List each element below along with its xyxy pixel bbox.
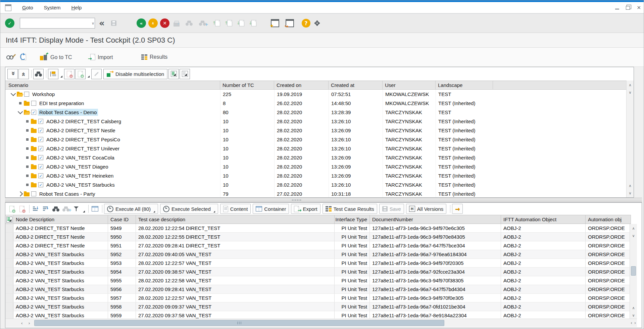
row-selector[interactable] [5, 268, 13, 276]
scroll-down-icon[interactable]: ∨ [627, 189, 634, 197]
scrollbar-thumb[interactable] [34, 320, 444, 326]
checkbox[interactable]: ✓ [38, 164, 43, 169]
find-button[interactable] [33, 69, 44, 79]
scroll-right-icon[interactable]: › [26, 319, 33, 327]
scroll-left-icon[interactable]: ‹ [630, 319, 633, 326]
chevron-down-icon[interactable]: ∨ [90, 21, 96, 26]
cancel-icon[interactable]: « [148, 18, 158, 28]
expander-icon[interactable] [11, 91, 16, 96]
checkbox[interactable] [24, 92, 29, 97]
add-scenario-dropdown[interactable] [86, 69, 91, 79]
execute-all-button[interactable]: Execute All (80) [104, 204, 158, 214]
sort-ascending-button[interactable]: ↓ [31, 204, 40, 214]
results-button[interactable]: Results [141, 54, 167, 60]
table-row[interactable]: AOBJ-2 VAN_TEST Starbucks595328.02.2020 … [5, 259, 631, 268]
delete-scenario-button[interactable]: − [64, 69, 75, 79]
tree-node-label[interactable]: AOBJ-2 VAN_TEST Diageo [45, 163, 110, 170]
table-row[interactable]: AOBJ-2 VAN_TEST Starbucks595528.02.2020 … [5, 276, 631, 285]
scroll-up-icon[interactable]: ∧ [630, 304, 637, 312]
tree-vertical-scrollbar[interactable]: ∧ ∨ ∧ ∨ [626, 81, 634, 197]
tree-node-label[interactable]: EDI test preparation [38, 100, 85, 107]
filter-dropdown[interactable] [82, 204, 86, 214]
table-column-header-automation-obj[interactable]: Automation obj [586, 215, 631, 224]
execute-selected-button[interactable]: Execute Selected [160, 204, 218, 214]
checkbox[interactable]: ✓ [38, 146, 43, 151]
tree-node-label[interactable]: Robot Test Cases - Party [38, 190, 96, 197]
column-header-landscape[interactable]: Landscape [436, 81, 493, 89]
tree-node-label[interactable]: AOBJ-2 VAN_TEST CocaCola [45, 154, 116, 161]
scroll-down-icon[interactable]: ∨ [630, 312, 637, 319]
select-all-button[interactable] [168, 69, 179, 79]
stop-icon[interactable]: ✕ [160, 18, 169, 28]
scroll-left-icon[interactable]: ‹ [18, 319, 26, 327]
dropdown-icon[interactable] [153, 211, 155, 213]
next-page-icon[interactable]: ↓ [239, 20, 244, 27]
exit-icon[interactable]: « [137, 18, 146, 28]
refresh-button[interactable] [21, 54, 26, 60]
scrollbar-thumb[interactable] [631, 266, 636, 276]
table-column-header-iftt-automation-object[interactable]: IFTT Automation Object [501, 215, 586, 224]
checkbox[interactable]: ✓ [31, 110, 36, 115]
splitter-grip[interactable] [292, 199, 301, 201]
filter-button[interactable] [71, 204, 81, 214]
table-row[interactable]: AOBJ-2 DIRECT_TEST Nestle595127.02.2020 … [5, 241, 631, 250]
row-selector[interactable] [5, 233, 13, 241]
row-selector[interactable] [5, 294, 13, 302]
tree-node-label[interactable]: AOBJ-2 VAN_TEST Heineken [45, 172, 115, 179]
column-header-created-at[interactable]: Created at [329, 81, 383, 89]
menu-item-help[interactable]: Help [71, 5, 82, 10]
tree-node-label[interactable]: Workshop [31, 91, 56, 98]
restore-icon[interactable] [626, 6, 630, 10]
tree-node-label[interactable]: Robot Test Cases - Demo [38, 109, 98, 116]
tree-node-label[interactable]: AOBJ-2 DIRECT_TEST Nestle [45, 127, 117, 134]
checkbox[interactable] [31, 191, 36, 196]
save-icon[interactable] [111, 20, 116, 26]
checkbox[interactable]: ✓ [38, 119, 43, 124]
import-button[interactable]: →Import [90, 54, 113, 60]
new-session-icon[interactable]: ★ [271, 19, 279, 27]
go-to-tc-button[interactable]: ↱Go to TC [40, 54, 72, 61]
row-selector[interactable] [5, 259, 13, 267]
previous-page-icon[interactable]: ↑ [227, 20, 232, 27]
scroll-down-icon[interactable]: ∨ [630, 232, 637, 239]
minimize-icon[interactable] [615, 9, 619, 9]
views-button[interactable] [90, 204, 99, 214]
table-column-header-node-description[interactable]: Node Description [13, 215, 108, 224]
customize-layout-icon[interactable] [314, 20, 320, 26]
row-selector[interactable] [5, 224, 13, 232]
checkbox[interactable] [31, 101, 36, 106]
menu-item-goto[interactable]: Goto [22, 5, 33, 10]
table-row[interactable]: AOBJ-2 DIRECT_TEST Nestle595028.02.2020 … [5, 233, 631, 241]
row-selector[interactable] [5, 302, 13, 311]
table-column-header-test-case-description[interactable]: Test case description [136, 215, 335, 224]
table-column-header[interactable] [5, 215, 13, 224]
tree-node-label[interactable]: AOBJ-2 DIRECT_TEST Unilever [45, 145, 121, 152]
scroll-right-icon[interactable]: › [633, 319, 637, 326]
edit-button[interactable] [91, 69, 102, 79]
column-header-user[interactable]: User [383, 81, 436, 89]
container-button[interactable]: Container [253, 204, 289, 214]
find-next-icon[interactable]: + [199, 21, 206, 26]
table-row[interactable]: AOBJ-2 VAN_TEST Starbucks595427.02.2020 … [5, 268, 631, 276]
find-icon[interactable] [186, 21, 193, 26]
splitter-bar[interactable] [5, 198, 642, 202]
find-next-button[interactable]: + [61, 204, 70, 214]
table-vertical-scrollbar[interactable]: ∧ ∨ ∧ ∨ [630, 224, 637, 320]
find-button[interactable] [51, 204, 60, 214]
last-page-icon[interactable]: ↓ [251, 20, 256, 27]
checkbox[interactable]: ✓ [38, 173, 43, 178]
select-all-rows-icon[interactable] [6, 217, 12, 223]
display-change-button[interactable] [6, 54, 13, 60]
back-icon[interactable]: « [99, 19, 104, 28]
table-row[interactable]: AOBJ-2 DIRECT_TEST Nestle594928.02.2020 … [5, 224, 631, 233]
row-selector[interactable] [5, 285, 13, 293]
column-header-created-on[interactable]: Created on [274, 81, 329, 89]
table-row[interactable]: AOBJ-2 VAN_TEST Starbucks595827.02.2020 … [5, 302, 631, 311]
row-selector[interactable] [5, 250, 13, 258]
tree-node-label[interactable]: AOBJ-2 DIRECT_TEST PepsiCo [45, 136, 121, 143]
checkbox[interactable]: ✓ [38, 137, 43, 142]
sap-screen-icon[interactable] [5, 4, 11, 11]
save-button[interactable]: Save [379, 204, 404, 214]
expander-icon[interactable] [18, 191, 23, 197]
export-button[interactable]: →Export [291, 204, 320, 214]
